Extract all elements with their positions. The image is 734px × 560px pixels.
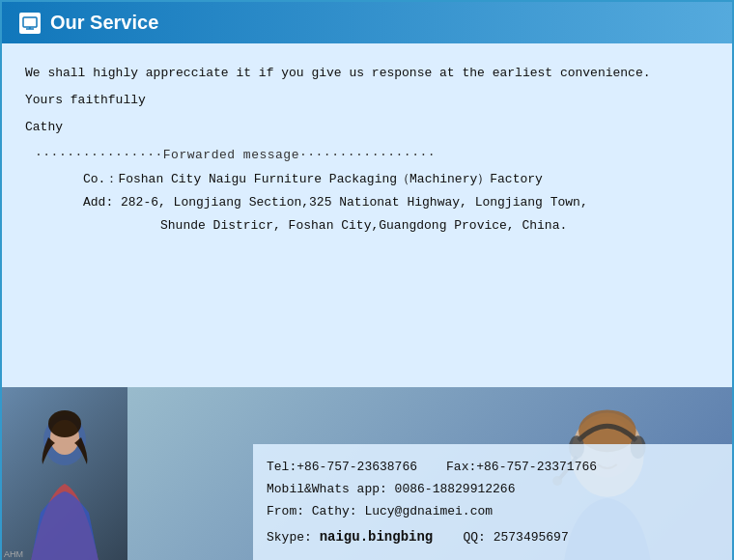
skype-row: Skype: naigu.bingbing QQ: 2573495697	[267, 525, 719, 549]
from-row: From: Cathy: Lucy@gdnaimei.com	[267, 500, 719, 522]
svg-point-5	[48, 410, 81, 437]
address-line2: Shunde Districr, Foshan City,Guangdong P…	[160, 214, 709, 238]
address-line1: Add: 282-6, Longjiang Section,325 Nation…	[83, 191, 709, 214]
photo-left	[2, 387, 127, 560]
company-name: Co.：Foshan City Naigu Furniture Packagin…	[83, 168, 709, 191]
watermark: AHM	[4, 549, 23, 559]
svg-rect-0	[23, 17, 37, 27]
contact-info: Co.：Foshan City Naigu Furniture Packagin…	[83, 168, 709, 238]
header: Our Service	[2, 2, 732, 43]
header-title: Our Service	[50, 12, 158, 34]
mobil-row: Mobil&Whats app: 0086-18829912266	[267, 478, 719, 500]
tel-fax-row: Tel:+86-757-23638766 Fax:+86-757-2337176…	[267, 456, 719, 478]
paragraph-1: We shall highly apprecciate it if you gi…	[25, 63, 709, 84]
skype-value: naigu.bingbing	[320, 529, 434, 545]
person-left-figure	[2, 387, 127, 560]
bottom-text: Tel:+86-757-23638766 Fax:+86-757-2337176…	[253, 444, 732, 560]
forwarded-divider: ················Forwarded message·······…	[35, 148, 709, 162]
page-container: Our Service We shall highly apprecciate …	[0, 0, 734, 560]
photo-right: Tel:+86-757-23638766 Fax:+86-757-2337176…	[127, 387, 732, 560]
paragraph-2: Yours faithfully	[25, 90, 709, 111]
forwarded-section: ················Forwarded message·······…	[35, 148, 709, 238]
qq-value: 2573495697	[494, 530, 569, 545]
qq-label: QQ:	[463, 530, 485, 545]
service-icon	[19, 13, 41, 34]
skype-label: Skype:	[267, 530, 312, 545]
fax-text: Fax:+86-757-23371766	[446, 456, 597, 478]
content-area: We shall highly apprecciate it if you gi…	[2, 43, 732, 560]
bottom-section: Tel:+86-757-23638766 Fax:+86-757-2337176…	[2, 387, 732, 560]
tel-text: Tel:+86-757-23638766	[267, 456, 417, 478]
paragraph-3: Cathy	[25, 117, 709, 138]
